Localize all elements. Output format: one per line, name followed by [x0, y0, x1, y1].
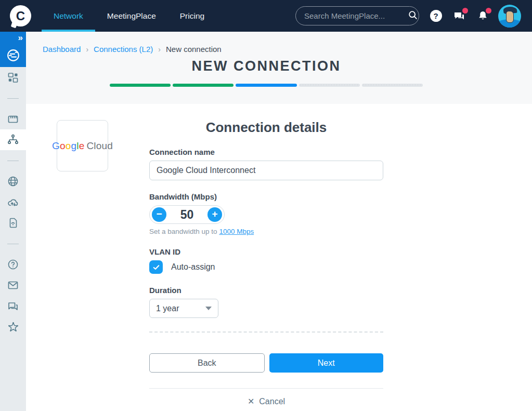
- sidebar-divider: [0, 150, 26, 171]
- help-circle-icon: [7, 258, 19, 271]
- bandwidth-increase-button[interactable]: +: [207, 207, 222, 222]
- logo-letter: C: [16, 9, 25, 23]
- bandwidth-stepper: − 50 +: [149, 205, 225, 224]
- duration-select[interactable]: 1 year: [149, 299, 218, 318]
- cancel-button[interactable]: ✕ Cancel: [149, 396, 383, 406]
- sidebar-item-help[interactable]: [0, 254, 26, 275]
- nav-link-label: Pricing: [180, 11, 204, 21]
- logo-letter: o: [60, 140, 66, 151]
- max-bandwidth-link[interactable]: 1000 Mbps: [219, 228, 254, 235]
- cancel-label: Cancel: [259, 397, 285, 406]
- page-title: NEW CONNECTION: [26, 58, 507, 74]
- search-icon[interactable]: [408, 10, 418, 22]
- auto-assign-label[interactable]: Auto-assign: [171, 262, 215, 272]
- back-button[interactable]: Back: [149, 353, 265, 373]
- chevron-right-icon: ›: [86, 45, 88, 54]
- page-header: Dashboard › Connections (L2) › New conne…: [26, 32, 532, 104]
- sidebar-item-dashboard[interactable]: [0, 67, 26, 88]
- dashed-divider: [149, 332, 383, 333]
- notifications-badge: [486, 8, 491, 14]
- auto-assign-checkbox[interactable]: [149, 260, 163, 274]
- progress-segment-upcoming: [299, 84, 360, 87]
- expand-chevrons-icon[interactable]: »: [18, 33, 22, 43]
- logo-suffix: Cloud: [86, 140, 113, 151]
- chat-bubbles-icon: [7, 300, 19, 312]
- footer-divider: [149, 388, 383, 389]
- connection-form: Connection details Connection name Bandw…: [149, 104, 383, 406]
- sidebar-divider: [0, 233, 26, 254]
- primary-nav: Network MeetingPlace Pricing: [42, 0, 216, 32]
- form-heading: Connection details: [149, 120, 383, 136]
- left-sidebar: »: [0, 32, 26, 411]
- main-content: GoogleCloud Connection details Connectio…: [26, 104, 532, 411]
- cloud-transfer-icon: [7, 196, 20, 209]
- logo-letter: G: [52, 140, 60, 151]
- bandwidth-label: Bandwidth (Mbps): [149, 192, 383, 201]
- caret-down-icon: [205, 307, 212, 310]
- sidebar-item-device[interactable]: [0, 213, 26, 233]
- logo-letter: o: [66, 140, 71, 151]
- sim-wifi-icon: [7, 217, 19, 229]
- progress-segment-upcoming: [362, 84, 423, 87]
- user-avatar[interactable]: [498, 5, 521, 28]
- auto-assign-row: Auto-assign: [149, 260, 383, 274]
- messages-badge: [462, 8, 468, 14]
- sidebar-item-mail[interactable]: [0, 275, 26, 296]
- progress-segment-complete: [173, 84, 233, 87]
- mail-icon: [7, 279, 19, 291]
- sidebar-item-connections[interactable]: [0, 129, 26, 150]
- sidebar-divider: [0, 88, 26, 109]
- google-cloud-logo: GoogleCloud: [52, 140, 113, 152]
- nav-link-pricing[interactable]: Pricing: [168, 0, 216, 32]
- breadcrumb-current: New connection: [166, 45, 222, 54]
- form-actions: Back Next: [149, 353, 383, 373]
- port-icon: [7, 113, 19, 125]
- console-connect-logo[interactable]: C: [10, 5, 31, 26]
- progress-bar: [110, 84, 423, 87]
- logo-letter: e: [79, 140, 85, 151]
- duration-value: 1 year: [156, 304, 179, 313]
- network-globe-icon: [6, 48, 20, 62]
- messages-icon[interactable]: [452, 9, 466, 23]
- close-icon: ✕: [248, 396, 254, 406]
- connection-name-input[interactable]: [149, 161, 383, 180]
- check-icon: [152, 263, 160, 271]
- bandwidth-decrease-button[interactable]: −: [152, 207, 166, 222]
- help-icon[interactable]: ?: [429, 9, 443, 23]
- globe-icon: [7, 175, 19, 188]
- breadcrumb-dashboard[interactable]: Dashboard: [43, 45, 81, 54]
- search-input[interactable]: [304, 11, 408, 20]
- avatar-face: [506, 11, 514, 23]
- sidebar-item-ports[interactable]: [0, 109, 26, 129]
- notifications-icon[interactable]: [476, 9, 489, 23]
- nav-link-label: MeetingPlace: [107, 11, 156, 21]
- nav-link-meetingplace[interactable]: MeetingPlace: [95, 0, 168, 32]
- helper-text: Set a bandwidth up to: [149, 228, 217, 235]
- vlan-id-label: VLAN ID: [149, 247, 383, 256]
- bandwidth-value: 50: [180, 208, 194, 222]
- dashboard-icon: [7, 71, 19, 84]
- top-navbar: C Network MeetingPlace Pricing ?: [0, 0, 532, 32]
- next-button[interactable]: Next: [269, 353, 384, 373]
- provider-logo-card: GoogleCloud: [57, 120, 108, 171]
- nav-link-label: Network: [54, 11, 83, 21]
- connection-name-label: Connection name: [149, 148, 383, 156]
- navbar-right-cluster: ?: [295, 5, 532, 28]
- sidebar-item-cloud[interactable]: [0, 192, 26, 213]
- connections-icon: [7, 134, 19, 146]
- nav-link-network[interactable]: Network: [42, 0, 95, 32]
- bandwidth-helper: Set a bandwidth up to 1000 Mbps: [149, 228, 383, 235]
- logo-letter: g: [71, 140, 76, 151]
- sidebar-item-referral[interactable]: [0, 316, 26, 337]
- breadcrumb-connections[interactable]: Connections (L2): [94, 45, 153, 54]
- sidebar-item-internet[interactable]: [0, 171, 26, 192]
- help-glyph: ?: [430, 10, 442, 22]
- sidebar-expand-block[interactable]: »: [0, 32, 26, 67]
- breadcrumb: Dashboard › Connections (L2) › New conne…: [26, 32, 507, 54]
- sidebar-item-chat[interactable]: [0, 296, 26, 316]
- progress-segment-current: [236, 84, 296, 87]
- chevron-right-icon: ›: [158, 45, 161, 54]
- search-box[interactable]: [295, 6, 419, 25]
- star-network-icon: [7, 321, 20, 334]
- progress-segment-complete: [110, 84, 171, 87]
